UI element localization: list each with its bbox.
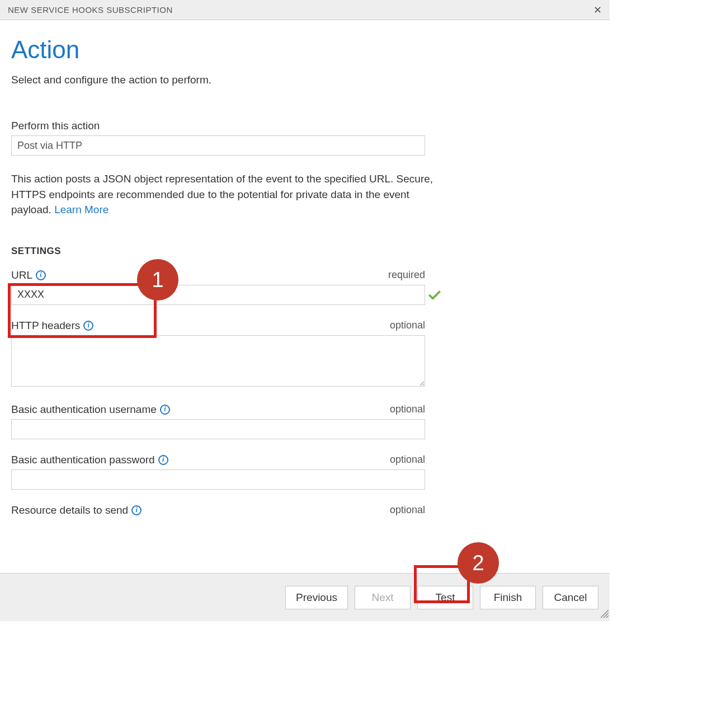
resource-details-label: Resource details to send [11,504,128,516]
finish-button[interactable]: Finish [480,586,536,609]
action-description: This action posts a JSON object represen… [11,171,436,218]
basic-username-hint: optional [390,403,425,415]
next-button[interactable]: Next [355,586,411,609]
svg-line-1 [604,613,609,618]
page-title: Action [11,36,598,64]
resource-details-hint: optional [390,504,425,516]
field-resource-details: Resource details to send i optional [11,504,425,516]
test-button[interactable]: Test [417,586,473,609]
dialog: NEW SERVICE HOOKS SUBSCRIPTION ✕ Action … [0,0,610,621]
action-select[interactable]: Post via HTTP [11,135,425,156]
previous-button[interactable]: Previous [285,586,348,609]
checkmark-icon [427,288,442,305]
field-http-headers: HTTP headers i optional [11,320,425,389]
dialog-footer: Previous Next Test Finish Cancel [0,573,610,621]
basic-password-hint: optional [390,454,425,466]
scroll-area[interactable]: Action Select and configure the action t… [0,20,610,573]
title-bar: NEW SERVICE HOOKS SUBSCRIPTION ✕ [0,0,610,20]
url-hint: required [388,269,425,281]
http-headers-input[interactable] [11,335,425,387]
info-icon[interactable]: i [160,405,170,415]
basic-username-label: Basic authentication username [11,403,157,416]
info-icon[interactable]: i [36,270,46,280]
action-selected-value: Post via HTTP [17,140,82,152]
info-icon[interactable]: i [131,505,142,515]
resize-grip-icon[interactable] [598,608,609,620]
basic-password-label: Basic authentication password [11,454,155,466]
field-basic-password: Basic authentication password i optional [11,454,425,490]
basic-username-input[interactable] [11,419,425,439]
action-label: Perform this action [11,120,598,132]
basic-password-input[interactable] [11,469,425,490]
cancel-button[interactable]: Cancel [543,586,598,609]
field-url: URL i required [11,269,425,305]
info-icon[interactable]: i [158,455,168,465]
url-label: URL [11,269,32,281]
dialog-title: NEW SERVICE HOOKS SUBSCRIPTION [8,5,173,15]
page-subtitle: Select and configure the action to perfo… [11,74,598,86]
http-headers-label: HTTP headers [11,320,80,332]
url-input[interactable] [11,285,425,305]
learn-more-link[interactable]: Learn More [54,204,109,215]
settings-heading: SETTINGS [11,246,598,257]
svg-line-2 [606,616,609,618]
close-icon[interactable]: ✕ [593,4,602,16]
content: Action Select and configure the action t… [0,20,610,531]
http-headers-hint: optional [390,320,425,331]
info-icon[interactable]: i [83,321,93,331]
field-basic-username: Basic authentication username i optional [11,403,425,439]
